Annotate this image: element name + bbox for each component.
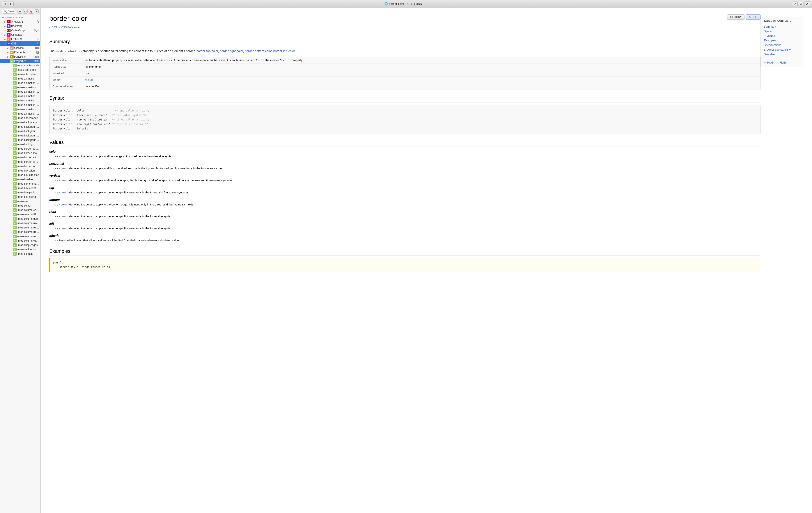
- link-color-type-7[interactable]: <color>: [59, 227, 68, 230]
- sidebar-item-property[interactable]: P-moz-animation-direction: [0, 85, 40, 90]
- sidebar-item-property[interactable]: P-epub-caption-side: [0, 63, 40, 68]
- sidebar-item-angularjs[interactable]: ▶ A AngularJS 🔍: [0, 20, 40, 24]
- link-color-type-3[interactable]: <color>: [59, 179, 68, 182]
- sidebar-item-coffeescript[interactable]: ▼ CS CoffeeScript 🔍 ⚙: [0, 28, 40, 33]
- sidebar-item-property[interactable]: P-moz-box-orient: [0, 186, 40, 190]
- prop-label: -moz-animation-timing...: [17, 112, 39, 115]
- edit-button[interactable]: ✎ EDIT: [746, 14, 760, 20]
- sidebar-item-property[interactable]: P-moz-animation-fill-mode: [0, 94, 40, 98]
- sidebar: 🔍 ☰ { } 🔖 + DOCUMENTATION ▶ A AngularJS …: [0, 8, 40, 513]
- link-border-bottom-color[interactable]: border-bottom-color: [245, 49, 271, 53]
- sidebar-item-property[interactable]: P-moz-box-direction: [0, 173, 40, 177]
- toc-item-summary[interactable]: Summary: [764, 24, 800, 29]
- sidebar-item-property[interactable]: P-moz-border-top-colors: [0, 164, 40, 169]
- sidebar-item-property[interactable]: P-moz-column-gap: [0, 217, 40, 221]
- sidebar-item-property[interactable]: P-moz-border-bottom-c...: [0, 147, 40, 151]
- sidebar-item-property[interactable]: P-moz-animation-delay: [0, 81, 40, 85]
- sidebar-item-functions[interactable]: ▶ F Functions 46: [0, 55, 40, 59]
- prop-label: -moz-box-align: [17, 169, 39, 172]
- sidebar-item-property[interactable]: P-moz-element: [0, 252, 40, 256]
- sidebar-item-property[interactable]: P-moz-binding: [0, 142, 40, 147]
- sidebar-item-property[interactable]: P-moz-animation-iterati...: [0, 98, 40, 103]
- sidebar-item-property[interactable]: P-moz-animation-play-s...: [0, 107, 40, 112]
- sidebar-item-property[interactable]: P-moz-crisp-edges: [0, 243, 40, 247]
- breadcrumb-css[interactable]: « CSS: [49, 26, 57, 29]
- toc-item-values[interactable]: Values: [764, 33, 800, 38]
- sidebar-item-property[interactable]: P-moz-background-size: [0, 138, 40, 142]
- sidebar-item-property[interactable]: P-moz-box-sizing: [0, 195, 40, 199]
- sidebar-item-property[interactable]: P-moz-background-origin: [0, 133, 40, 138]
- sidebar-item-property[interactable]: P-moz-column-fill: [0, 212, 40, 217]
- sidebar-item-bootstrap[interactable]: ▶ B Bootstrap: [0, 24, 40, 28]
- sidebar-item-emberjs[interactable]: ▶ E EmberJS 🔍: [0, 37, 40, 41]
- prop-icon: P: [13, 252, 17, 255]
- sidebar-item-property[interactable]: P-moz-box-ordinal-group: [0, 182, 40, 186]
- sidebar-item-property[interactable]: P-moz-box-align: [0, 169, 40, 173]
- breadcrumb-css-reference[interactable]: « CSS Reference: [59, 26, 80, 29]
- link-color-type-1[interactable]: <color>: [59, 155, 68, 158]
- toc-item-examples[interactable]: Examples: [764, 38, 800, 43]
- sidebar-item-property[interactable]: P-moz-center: [0, 204, 40, 208]
- sidebar-item-property[interactable]: P-moz-background-inli...: [0, 129, 40, 133]
- sidebar-item-elements[interactable]: ▶ E Elements 9: [0, 50, 40, 55]
- toc-item-specifications[interactable]: Specifications: [764, 43, 800, 47]
- forward-button[interactable]: ▶: [9, 2, 13, 6]
- sidebar-item-property[interactable]: P-moz-column-rule-style: [0, 230, 40, 234]
- link-color-type-4[interactable]: <color>: [59, 191, 68, 194]
- link-visual[interactable]: visual: [85, 78, 93, 82]
- link-color-type-6[interactable]: <color>: [59, 215, 68, 218]
- prop-label: -moz-animation-iterati...: [17, 99, 39, 102]
- link-border-top-color[interactable]: border-top-color: [196, 49, 218, 53]
- toc-item-see-also[interactable]: See also: [764, 52, 800, 57]
- sidebar-item-property[interactable]: P-moz-column-rule: [0, 221, 40, 225]
- sidebar-item-property[interactable]: P-moz-column-rule-width: [0, 234, 40, 239]
- sidebar-item-property[interactable]: P-epub-text-transform: [0, 68, 40, 72]
- font-small-button[interactable]: A: [799, 2, 804, 6]
- sidebar-item-property[interactable]: P-moz-border-left-colors: [0, 155, 40, 160]
- value-desc-top: Is a <color> denoting the color to apply…: [54, 190, 760, 195]
- toc-files-link[interactable]: 📄 FILES: [776, 61, 787, 64]
- search-input[interactable]: [8, 10, 14, 13]
- sidebar-item-css[interactable]: ▼ CSS CSS 🔍: [0, 41, 40, 46]
- history-button[interactable]: HISTORY: [727, 14, 745, 20]
- sidebar-item-property[interactable]: P-moz-animation-duration: [0, 90, 40, 94]
- prop-label: -moz-column-gap: [17, 217, 39, 220]
- sidebar-item-property[interactable]: P-moz-calc: [0, 199, 40, 204]
- link-border-left-color[interactable]: border-left-color: [273, 49, 295, 53]
- sidebar-item-property[interactable]: P-moz-background-clip: [0, 125, 40, 129]
- add-button[interactable]: +: [35, 9, 38, 13]
- toc-item-browser-compat[interactable]: Browser compatibility: [764, 47, 800, 52]
- sidebar-item-property[interactable]: P-moz-box-pack: [0, 190, 40, 195]
- sidebar-item-property[interactable]: P-moz-column-rule-color: [0, 225, 40, 230]
- link-color-type-2[interactable]: <color>: [59, 167, 68, 170]
- sidebar-item-compass[interactable]: ▶ C Compass: [0, 33, 40, 37]
- sidebar-item-property[interactable]: P-moz-animation: [0, 77, 40, 81]
- examples-title: Examples: [49, 248, 760, 255]
- sidebar-item-properties[interactable]: ▼ P Properties 356: [0, 59, 40, 63]
- sidebar-item-property[interactable]: P-moz-column-width: [0, 239, 40, 243]
- elements-badge: 9: [36, 51, 39, 54]
- back-button[interactable]: ◀: [2, 2, 7, 6]
- sidebar-item-property[interactable]: P-moz-column-count: [0, 208, 40, 212]
- sidebar-item-property[interactable]: P-moz-backface-visibility: [0, 120, 40, 125]
- search-box[interactable]: 🔍: [2, 9, 16, 13]
- sidebar-item-property[interactable]: P-moz-device-pixel-ratio: [0, 247, 40, 252]
- sidebar-item-property[interactable]: P-moz-border-image: [0, 151, 40, 155]
- bookmark-icon-button[interactable]: 🔖: [29, 9, 33, 13]
- sidebar-item-property[interactable]: P-moz-animation-timing...: [0, 112, 40, 116]
- list-icon-button[interactable]: ☰: [18, 9, 22, 13]
- external-link-button[interactable]: ↗: [793, 2, 798, 6]
- code-icon-button[interactable]: { }: [23, 9, 28, 13]
- sidebar-item-property[interactable]: P-moz-border-right-colors: [0, 160, 40, 164]
- toc-item-syntax[interactable]: Syntax: [764, 29, 800, 33]
- sidebar-item-property[interactable]: P-moz-appearance: [0, 116, 40, 120]
- summary-text: The border-color CSS property is a short…: [49, 49, 760, 54]
- link-border-right-color[interactable]: border-right-color: [220, 49, 243, 53]
- link-color-type-5[interactable]: <color>: [59, 203, 68, 206]
- sidebar-item-property[interactable]: P-moz-alt-content: [0, 72, 40, 77]
- toc-tags-link[interactable]: 🏷 TAGS: [764, 61, 774, 64]
- sidebar-item-property[interactable]: P-moz-animation-name: [0, 103, 40, 107]
- sidebar-item-classes[interactable]: ▶ C Classes 84: [0, 46, 40, 50]
- sidebar-item-property[interactable]: P-moz-box-flex: [0, 177, 40, 182]
- font-large-button[interactable]: A: [805, 1, 810, 6]
